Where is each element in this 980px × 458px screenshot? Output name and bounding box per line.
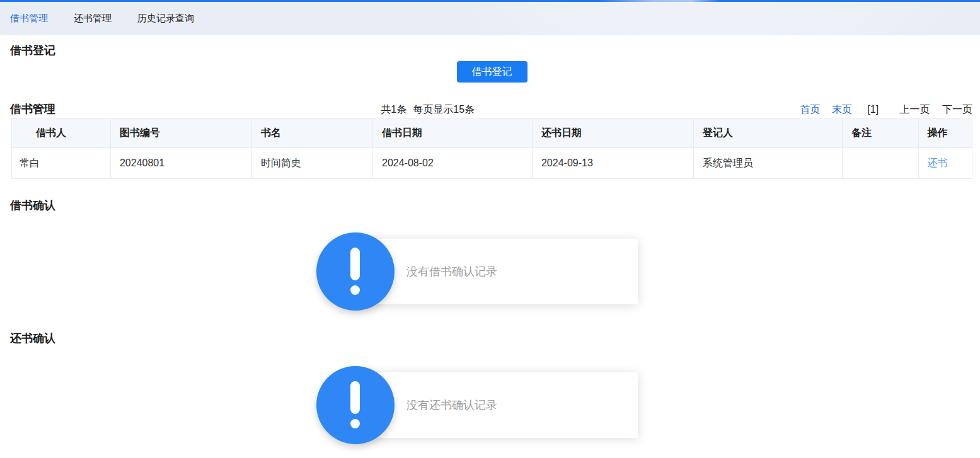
per-page-count: 每页显示15条 <box>413 104 475 115</box>
record-count: 共1条 <box>381 104 406 115</box>
borrow-manage-title: 借书管理 <box>10 102 55 116</box>
borrow-manage-header: 借书管理 共1条每页显示15条 首页 末页 [1] 上一页 下一页 <box>10 102 974 117</box>
exclamation-icon <box>316 232 395 311</box>
borrow-register-button[interactable]: 借书登记 <box>457 61 527 83</box>
record-stats: 共1条每页显示15条 <box>55 103 800 117</box>
table-header-row: 借书人 图书编号 书名 借书日期 还书日期 登记人 备注 操作 <box>12 118 972 148</box>
cell-book-id: 20240801 <box>110 148 251 179</box>
pagination-prev[interactable]: 上一页 <box>900 104 930 115</box>
borrow-confirm-empty-message: 没有借书确认记录 <box>406 264 497 279</box>
cell-remark <box>843 148 918 179</box>
borrow-confirm-title: 借书确认 <box>10 198 974 212</box>
notice-card: 没有借书确认记录 <box>356 239 638 304</box>
pagination-last[interactable]: 末页 <box>832 104 852 115</box>
cell-registrar: 系统管理员 <box>694 148 843 179</box>
exclamation-icon <box>316 366 395 444</box>
col-book-id: 图书编号 <box>110 118 251 148</box>
col-remark: 备注 <box>843 118 918 148</box>
tab-return-management[interactable]: 还书管理 <box>74 13 112 25</box>
borrow-records-table: 借书人 图书编号 书名 借书日期 还书日期 登记人 备注 操作 常白 20240… <box>11 118 972 179</box>
pagination-first[interactable]: 首页 <box>800 104 820 115</box>
col-borrow-date: 借书日期 <box>373 118 533 148</box>
pagination-next[interactable]: 下一页 <box>942 104 972 115</box>
col-action: 操作 <box>918 118 972 148</box>
pagination-current-page: [1] <box>867 104 879 115</box>
col-registrar: 登记人 <box>694 118 843 148</box>
cell-borrower: 常白 <box>12 148 111 179</box>
cell-borrow-date: 2024-08-02 <box>373 148 533 179</box>
col-return-date: 还书日期 <box>532 118 693 148</box>
col-book-name: 书名 <box>251 118 372 148</box>
navbar: 借书管理 还书管理 历史记录查询 <box>0 2 980 35</box>
tab-history-query[interactable]: 历史记录查询 <box>137 13 194 25</box>
register-button-row: 借书登记 <box>10 61 974 83</box>
borrow-register-title: 借书登记 <box>10 43 974 57</box>
main-content: 借书登记 借书登记 借书管理 共1条每页显示15条 首页 末页 [1] 上一页 … <box>0 43 980 444</box>
return-confirm-empty-notice: 没有还书确认记录 <box>316 366 638 444</box>
borrow-confirm-empty-notice: 没有借书确认记录 <box>316 232 638 311</box>
table-row: 常白 20240801 时间简史 2024-08-02 2024-09-13 系… <box>12 148 972 179</box>
return-confirm-empty-message: 没有还书确认记录 <box>406 398 497 413</box>
cell-return-date: 2024-09-13 <box>532 148 693 179</box>
return-book-link[interactable]: 还书 <box>928 157 948 168</box>
col-borrower: 借书人 <box>12 118 111 148</box>
tab-borrow-management[interactable]: 借书管理 <box>10 13 48 25</box>
notice-card: 没有还书确认记录 <box>356 372 638 438</box>
return-confirm-title: 还书确认 <box>10 331 974 345</box>
pagination: 首页 末页 [1] 上一页 下一页 <box>800 103 972 117</box>
cell-book-name: 时间简史 <box>251 148 372 179</box>
